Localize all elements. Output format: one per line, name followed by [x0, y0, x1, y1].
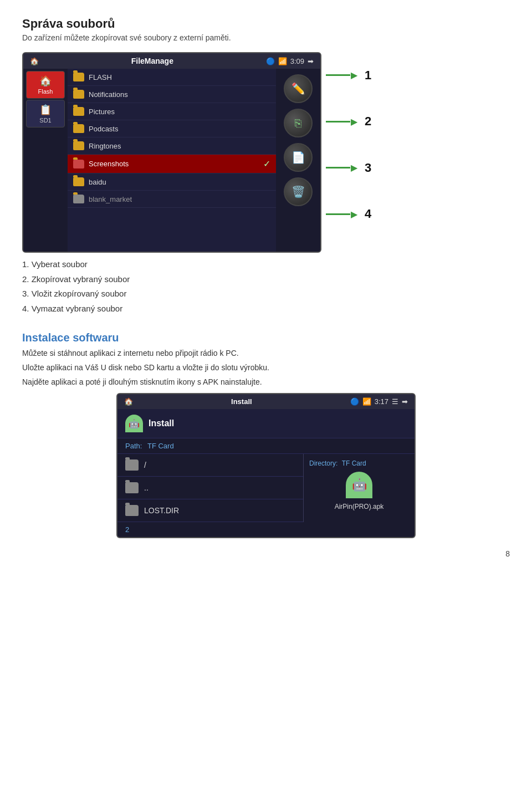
- folder-icon: [73, 90, 84, 99]
- install-screenshot: 🏠 Install 🔵 📶 3:17 ☰ ➡ 🤖 Install Path: T…: [116, 393, 416, 538]
- time-display: 3:09: [290, 57, 304, 65]
- forward-icon: ➡: [308, 57, 314, 65]
- install-file-dotdot[interactable]: ..: [117, 477, 303, 499]
- annotation-1: 1: [326, 68, 371, 83]
- file-name: LOST.DIR: [144, 506, 179, 515]
- path-value: TF Card: [147, 442, 174, 450]
- install-header-icons: 🔵 📶 3:17 ☰ ➡: [350, 397, 408, 406]
- path-row: Path: TF Card: [117, 438, 415, 454]
- annotation-4: 4: [326, 207, 371, 221]
- page-title: Správa souborů: [22, 17, 510, 31]
- time-display: 3:17: [375, 397, 388, 406]
- install-file-list: / .. LOST.DIR: [117, 454, 304, 522]
- wifi-icon: 📶: [278, 57, 287, 65]
- apk-label: AirPin(PRO).apk: [335, 503, 384, 510]
- info-item-2: 2. Zkopírovat vybraný soubor: [22, 273, 510, 286]
- section-desc-1: Můžete si stáhnout aplikaci z internetu …: [22, 349, 510, 358]
- file-name: Notifications: [89, 90, 128, 99]
- paste-button[interactable]: 📄: [284, 143, 313, 172]
- header-icons: 🔵 📶 3:09 ➡: [266, 57, 314, 65]
- folder-icon: [73, 177, 84, 186]
- file-name: Ringtones: [89, 142, 121, 150]
- annotation-number-4: 4: [365, 207, 371, 221]
- folder-icon: [73, 73, 84, 81]
- subtitle: Do zařízení můžete zkopírovat své soubor…: [22, 33, 510, 42]
- install-right-panel: Directory: TF Card 🤖 AirPin(PRO).apk: [304, 454, 415, 522]
- app-name: FileManage: [131, 57, 173, 65]
- path-label: Path:: [125, 442, 142, 450]
- directory-label: Directory: TF Card: [309, 459, 409, 467]
- install-title-row: 🤖 Install: [117, 409, 415, 438]
- select-button[interactable]: ✏️: [284, 74, 313, 103]
- signal-icon: 📶: [362, 397, 371, 406]
- folder-icon: [73, 107, 84, 116]
- flash-label: Flash: [38, 88, 53, 95]
- install-content: / .. LOST.DIR Directory:: [117, 454, 415, 522]
- menu-icon: ☰: [392, 397, 398, 406]
- bluetooth-icon: 🔵: [350, 397, 359, 406]
- file-item-screenshots[interactable]: Screenshots ✓: [68, 155, 276, 173]
- annotation-number-2: 2: [365, 114, 371, 129]
- file-name: /: [144, 461, 146, 469]
- file-name: FLASH: [89, 73, 112, 81]
- home-icon: 🏠: [28, 75, 63, 87]
- bluetooth-icon: 🔵: [266, 57, 275, 65]
- sidebar-btn-sd1[interactable]: 📋 SD1: [26, 100, 65, 127]
- file-name: Pictures: [89, 108, 115, 116]
- info-list: 1. Vyberat soubor 2. Zkopírovat vybraný …: [22, 258, 510, 315]
- annotation-number-3: 3: [365, 161, 371, 175]
- install-page-num: 2: [117, 522, 415, 537]
- folder-icon: [73, 195, 84, 203]
- file-name: Podcasts: [89, 125, 118, 133]
- file-item-baidu[interactable]: baidu: [68, 173, 276, 191]
- annotation-3: 3: [326, 161, 371, 175]
- arrow-line-3: [326, 167, 350, 168]
- page-number: 8: [22, 549, 510, 558]
- section-desc-2: Uložte aplikaci na Váš U disk nebo SD ka…: [22, 363, 510, 372]
- install-app-label: Install: [149, 418, 174, 428]
- screen-header: 🏠 FileManage 🔵 📶 3:09 ➡: [23, 53, 320, 69]
- file-item-notifications[interactable]: Notifications: [68, 86, 276, 103]
- file-actions: ✏️ ⎘ 📄 🗑️: [276, 69, 320, 252]
- folder-icon: [73, 160, 84, 168]
- home-icon: 🏠: [30, 57, 39, 65]
- info-item-3: 3. Vložit zkopírovaný soubor: [22, 288, 510, 300]
- file-manager-section: 🏠 FileManage 🔵 📶 3:09 ➡ 🏠 Flash 📋 SD1: [22, 52, 510, 253]
- annotation-2: 2: [326, 114, 371, 129]
- file-name: ..: [144, 483, 149, 492]
- checkmark-icon: ✓: [263, 159, 270, 169]
- home-icon: 🏠: [124, 397, 133, 406]
- delete-button[interactable]: 🗑️: [284, 177, 313, 206]
- file-item-blankmarket[interactable]: blank_market: [68, 191, 276, 208]
- file-item-podcasts[interactable]: Podcasts: [68, 120, 276, 137]
- install-screen-header: 🏠 Install 🔵 📶 3:17 ☰ ➡: [117, 394, 415, 409]
- sd1-label: SD1: [39, 117, 51, 124]
- android-icon: 🤖: [125, 415, 143, 432]
- install-title: Install: [231, 397, 252, 406]
- file-manager-screenshot: 🏠 FileManage 🔵 📶 3:09 ➡ 🏠 Flash 📋 SD1: [22, 52, 321, 253]
- install-file-slash[interactable]: /: [117, 454, 303, 477]
- file-item-ringtones[interactable]: Ringtones: [68, 137, 276, 155]
- folder-icon: [73, 141, 84, 150]
- arrow-line-2: [326, 121, 350, 122]
- forward-icon: ➡: [402, 397, 408, 406]
- annotation-number-1: 1: [365, 68, 371, 83]
- file-item-pictures[interactable]: Pictures: [68, 103, 276, 120]
- file-name: baidu: [89, 178, 106, 186]
- file-item-flash[interactable]: FLASH: [68, 69, 276, 86]
- annotations-panel: 1 2 3 4: [321, 52, 371, 237]
- screen-body: 🏠 Flash 📋 SD1 FLASH Notifications: [23, 69, 320, 252]
- install-file-lostdir[interactable]: LOST.DIR: [117, 499, 303, 522]
- section-title: Instalace softwaru: [22, 331, 510, 344]
- file-sidebar: 🏠 Flash 📋 SD1: [23, 69, 68, 252]
- info-item-4: 4. Vymazat vybraný soubor: [22, 303, 510, 315]
- sidebar-btn-flash[interactable]: 🏠 Flash: [26, 71, 65, 99]
- apk-android-icon: 🤖: [346, 472, 372, 498]
- arrow-line-4: [326, 213, 350, 215]
- arrow-line-1: [326, 74, 350, 76]
- file-list: FLASH Notifications Pictures Podcasts Ri…: [68, 69, 276, 252]
- folder-icon: [73, 124, 84, 133]
- info-item-1: 1. Vyberat soubor: [22, 258, 510, 271]
- copy-button[interactable]: ⎘: [284, 109, 313, 137]
- sd-icon: 📋: [28, 104, 63, 116]
